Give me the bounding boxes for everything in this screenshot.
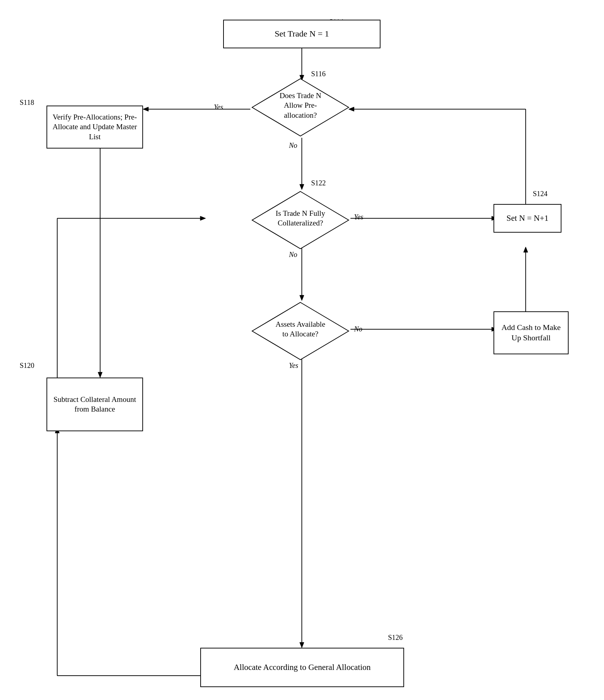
- no-label-assets: No: [354, 325, 362, 333]
- yes-label-assets: Yes: [289, 361, 298, 370]
- yes-label-prealloc: Yes: [214, 103, 223, 111]
- svg-marker-23: [200, 216, 206, 220]
- does-trade-allow-diamond: Does Trade N Allow Pre-allocation?: [250, 77, 350, 134]
- svg-marker-7: [98, 372, 102, 378]
- flowchart: S114 Set Trade N = 1 S116 Does Trade N A…: [0, 0, 604, 700]
- set-n-plus1-box: Set N = N+1: [493, 204, 561, 233]
- s124-label: S124: [533, 190, 547, 198]
- s120-label: S120: [20, 361, 34, 370]
- is-trade-fully-diamond: Is Trade N Fully Collateralized?: [250, 190, 350, 247]
- svg-marker-11: [300, 295, 304, 301]
- set-trade-box: Set Trade N = 1: [223, 20, 380, 48]
- svg-marker-20: [524, 247, 528, 252]
- yes-label-collateral: Yes: [354, 213, 363, 221]
- svg-marker-5: [300, 184, 304, 190]
- no-label-prealloc: No: [289, 141, 297, 150]
- svg-marker-3: [143, 107, 148, 111]
- allocate-general-box: Allocate According to General Allocation: [200, 648, 404, 687]
- subtract-collateral-box: Subtract Collateral Amount from Balance: [46, 378, 143, 431]
- s126-label: S126: [388, 633, 403, 642]
- verify-pre-alloc-box: Verify Pre-Allocations; Pre-Allocate and…: [46, 106, 143, 149]
- s122-label: S122: [311, 179, 326, 187]
- add-cash-box: Add Cash to Make Up Shortfall: [493, 311, 569, 354]
- assets-available-diamond: Assets Available to Allocate?: [250, 301, 350, 358]
- no-label-collateral: No: [289, 251, 297, 259]
- svg-marker-15: [300, 642, 304, 648]
- s118-label: S118: [20, 98, 34, 107]
